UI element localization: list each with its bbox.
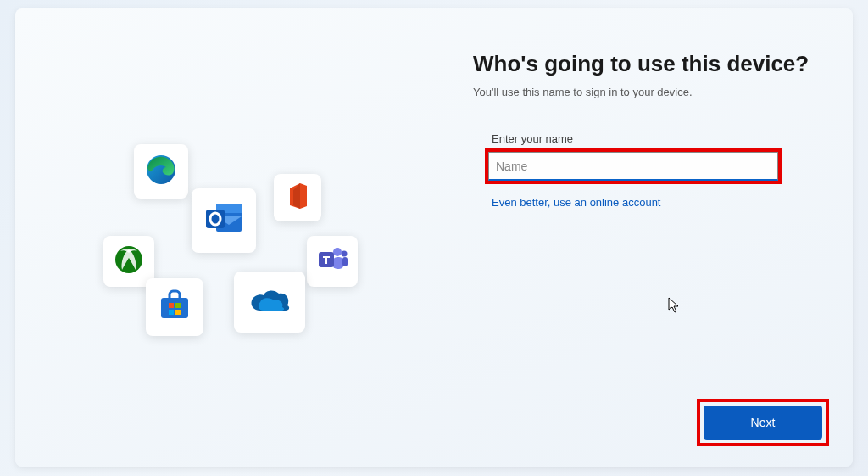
store-icon <box>158 289 192 325</box>
next-button[interactable]: Next <box>704 406 822 440</box>
outlook-icon <box>204 201 243 240</box>
use-online-account-link[interactable]: Even better, use an online account <box>492 196 660 209</box>
account-form: Who's going to use this device? You'll u… <box>473 51 829 210</box>
edge-tile <box>134 144 188 199</box>
oobe-setup-window: Who's going to use this device? You'll u… <box>15 8 853 467</box>
store-tile <box>146 278 203 336</box>
svg-rect-10 <box>342 257 348 266</box>
page-title: Who's going to use this device? <box>473 51 829 77</box>
onedrive-tile <box>234 272 305 333</box>
svg-rect-12 <box>161 298 188 318</box>
svg-rect-15 <box>169 310 174 315</box>
app-tiles-cluster <box>100 136 380 373</box>
name-field-label: Enter your name <box>492 132 829 145</box>
teams-icon <box>317 245 348 277</box>
svg-point-8 <box>342 251 348 257</box>
svg-rect-9 <box>332 257 344 269</box>
office-icon <box>285 182 310 214</box>
next-button-highlight: Next <box>697 399 829 446</box>
onedrive-icon <box>247 285 292 319</box>
teams-tile <box>307 236 358 287</box>
name-input-highlight <box>485 148 782 184</box>
outlook-tile <box>192 188 256 253</box>
edge-icon <box>144 153 178 190</box>
name-input[interactable] <box>488 152 778 181</box>
svg-point-7 <box>333 248 342 256</box>
page-subtitle: You'll use this name to sign in to your … <box>473 86 829 98</box>
xbox-icon <box>114 244 144 278</box>
mouse-cursor-icon <box>668 297 682 314</box>
xbox-tile <box>103 236 154 287</box>
svg-rect-14 <box>175 303 181 308</box>
svg-rect-13 <box>169 303 174 308</box>
office-tile <box>274 174 321 221</box>
svg-rect-16 <box>175 310 181 315</box>
